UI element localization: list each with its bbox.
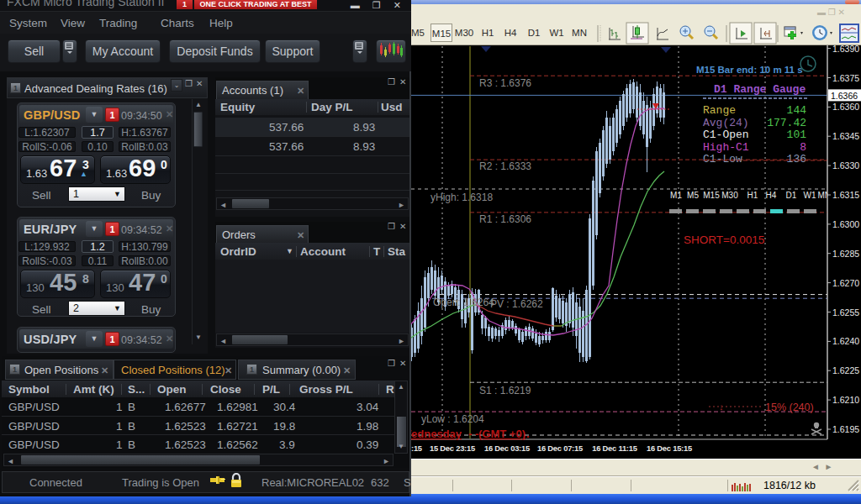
svg-text:16 Dec 11:15: 16 Dec 11:15 (592, 444, 637, 453)
svg-text:R3 : 1.6376: R3 : 1.6376 (479, 77, 531, 89)
svg-text:Open: 1.6264: Open: 1.6264 (433, 297, 494, 308)
svg-text:.: . (526, 428, 530, 440)
svg-text:W1: W1 (804, 191, 816, 200)
svg-text:(GMT +0): (GMT +0) (478, 428, 526, 440)
svg-text:1.6225: 1.6225 (832, 365, 859, 375)
svg-text:1.6255: 1.6255 (832, 307, 859, 318)
svg-text:1.6366: 1.6366 (831, 91, 858, 101)
svg-text:M1: M1 (670, 191, 682, 200)
svg-text:M5: M5 (687, 191, 699, 200)
svg-text:- -: - - (468, 428, 478, 440)
svg-text:16 Dec 15:15: 16 Dec 15:15 (647, 444, 692, 453)
svg-text:M30: M30 (721, 191, 738, 200)
svg-text:PV : 1.6262: PV : 1.6262 (490, 298, 543, 310)
svg-text:15% (240): 15% (240) (765, 402, 814, 413)
svg-text:1.6360: 1.6360 (832, 102, 859, 112)
svg-text:Wednesday: Wednesday (411, 428, 462, 440)
svg-text:1.6300: 1.6300 (832, 219, 859, 229)
svg-text:1.6195: 1.6195 (832, 424, 859, 434)
svg-text:16 Dec 07:15: 16 Dec 07:15 (537, 444, 583, 453)
svg-text:C1-Low: C1-Low (703, 153, 742, 165)
svg-text:136: 136 (787, 153, 806, 165)
svg-text:R2 : 1.6333: R2 : 1.6333 (479, 160, 531, 172)
svg-text:yLow : 1.6204: yLow : 1.6204 (421, 413, 484, 425)
svg-text:1.6375: 1.6375 (832, 73, 859, 83)
svg-text:177.42: 177.42 (767, 117, 806, 129)
svg-text:H1: H1 (747, 191, 758, 200)
svg-text:M15 Bar end: 10 m 11 s: M15 Bar end: 10 m 11 s (696, 65, 803, 75)
svg-text:D1 Range Gauge: D1 Range Gauge (714, 83, 806, 96)
svg-text::15: :15 (411, 444, 422, 453)
svg-text:Range: Range (703, 104, 736, 117)
svg-text:1.6285: 1.6285 (832, 249, 859, 259)
svg-text:1.6270: 1.6270 (832, 278, 859, 288)
svg-text:SHORT=0.0015: SHORT=0.0015 (684, 234, 764, 246)
svg-text:1.6390: 1.6390 (832, 45, 859, 54)
svg-text:16 Dec 03:15: 16 Dec 03:15 (484, 444, 530, 453)
svg-text:R1 : 1.6306: R1 : 1.6306 (479, 213, 531, 225)
svg-text:1.6315: 1.6315 (832, 190, 859, 200)
svg-text:D1: D1 (786, 191, 797, 200)
svg-text:101: 101 (787, 129, 807, 141)
svg-text:Avg(24): Avg(24) (703, 117, 749, 129)
svg-text:H4: H4 (766, 191, 777, 200)
svg-text:M15: M15 (703, 191, 720, 200)
svg-text:15 Dec 23:15: 15 Dec 23:15 (430, 444, 475, 453)
svg-text:1.6240: 1.6240 (832, 336, 859, 346)
svg-text:yHigh: 1.6318: yHigh: 1.6318 (430, 192, 493, 203)
svg-text:S1 : 1.6219: S1 : 1.6219 (479, 385, 531, 396)
svg-text:High-C1: High-C1 (703, 141, 749, 154)
svg-text:1.6330: 1.6330 (832, 160, 859, 171)
svg-text:8: 8 (800, 141, 806, 154)
svg-text:C1-Open: C1-Open (703, 129, 749, 141)
svg-text:1.6210: 1.6210 (832, 395, 859, 405)
svg-text:1.6345: 1.6345 (832, 131, 859, 141)
svg-text:144: 144 (787, 104, 807, 117)
